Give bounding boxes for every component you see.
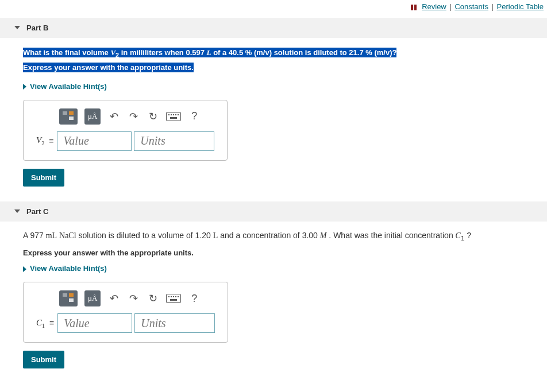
triangle-right-icon bbox=[23, 266, 26, 272]
input-row: C1 = bbox=[36, 313, 215, 333]
q-var: V bbox=[110, 48, 115, 57]
units-tool-button[interactable]: μÅ bbox=[84, 108, 101, 125]
q-text: (m/v)? bbox=[372, 48, 397, 57]
units-input[interactable] bbox=[134, 313, 215, 333]
part-b-title: Part B bbox=[26, 24, 48, 32]
units-tool-button[interactable]: μÅ bbox=[84, 290, 101, 306]
triangle-right-icon bbox=[23, 84, 26, 90]
fraction-icon bbox=[63, 111, 75, 122]
keyboard-icon[interactable] bbox=[166, 112, 181, 121]
reset-icon[interactable]: ↻ bbox=[147, 292, 159, 305]
constants-link[interactable]: Constants bbox=[454, 2, 488, 11]
hints-label: View Available Hint(s) bbox=[30, 264, 107, 273]
redo-icon[interactable]: ↷ bbox=[127, 292, 140, 305]
view-hints-link[interactable]: View Available Hint(s) bbox=[23, 264, 524, 273]
top-links: Review | Constants | Periodic Table bbox=[0, 0, 547, 13]
toolbar: μÅ ↶ ↷ ↻ ? bbox=[59, 290, 215, 306]
q-unit: L bbox=[207, 48, 211, 57]
separator: | bbox=[492, 2, 494, 11]
equals: = bbox=[49, 137, 53, 146]
submit-button[interactable]: Submit bbox=[23, 169, 64, 187]
review-link[interactable]: Review bbox=[422, 2, 446, 11]
help-icon[interactable]: ? bbox=[188, 110, 201, 122]
variable-label: V2 bbox=[36, 135, 44, 146]
part-c-body: A 977 mL NaCl solution is diluted to a v… bbox=[0, 222, 547, 379]
input-row: V2 = bbox=[36, 131, 214, 151]
units-input[interactable] bbox=[134, 131, 214, 151]
q-text: in milliliters when 0.597 bbox=[119, 48, 206, 57]
q-instruction: Express your answer with the appropriate… bbox=[23, 63, 194, 72]
chevron-down-icon bbox=[14, 26, 20, 29]
value-input[interactable] bbox=[57, 131, 132, 151]
pause-icon bbox=[411, 5, 418, 10]
q-text: What is the final volume bbox=[23, 48, 110, 57]
fraction-tool-button[interactable] bbox=[59, 290, 78, 306]
part-b-body: What is the final volume V2 in millilite… bbox=[0, 38, 547, 197]
part-c-title: Part C bbox=[26, 207, 48, 216]
variable-label: C1 bbox=[36, 318, 45, 329]
question-text: What is the final volume V2 in millilite… bbox=[23, 46, 524, 75]
part-c-header[interactable]: Part C bbox=[0, 201, 547, 222]
value-input[interactable] bbox=[57, 313, 132, 333]
periodic-table-link[interactable]: Periodic Table bbox=[497, 2, 544, 11]
redo-icon[interactable]: ↷ bbox=[127, 110, 140, 123]
fraction-icon bbox=[63, 293, 75, 304]
reset-icon[interactable]: ↻ bbox=[147, 110, 159, 123]
view-hints-link[interactable]: View Available Hint(s) bbox=[23, 82, 524, 91]
q-text: of a 40.5 bbox=[211, 48, 245, 57]
answer-box: μÅ ↶ ↷ ↻ ? V2 = bbox=[23, 100, 228, 161]
chevron-down-icon bbox=[14, 209, 20, 213]
part-b-header[interactable]: Part B bbox=[0, 18, 547, 38]
separator: | bbox=[449, 2, 451, 11]
undo-icon[interactable]: ↶ bbox=[107, 292, 120, 305]
submit-button[interactable]: Submit bbox=[23, 351, 64, 368]
fraction-tool-button[interactable] bbox=[59, 108, 78, 125]
instruction: Express your answer with the appropriate… bbox=[23, 249, 524, 257]
undo-icon[interactable]: ↶ bbox=[107, 110, 120, 123]
help-icon[interactable]: ? bbox=[188, 293, 201, 305]
equals: = bbox=[49, 319, 54, 328]
toolbar: μÅ ↶ ↷ ↻ ? bbox=[59, 108, 214, 125]
hints-label: View Available Hint(s) bbox=[30, 82, 107, 91]
keyboard-icon[interactable] bbox=[166, 294, 181, 303]
q-text: % bbox=[245, 48, 252, 57]
question-text: A 977 mL NaCl solution is diluted to a v… bbox=[23, 230, 524, 243]
q-text: % bbox=[365, 48, 372, 57]
q-text: (m/v) solution is diluted to 21.7 bbox=[252, 48, 365, 57]
answer-box: μÅ ↶ ↷ ↻ ? C1 = bbox=[23, 282, 228, 343]
